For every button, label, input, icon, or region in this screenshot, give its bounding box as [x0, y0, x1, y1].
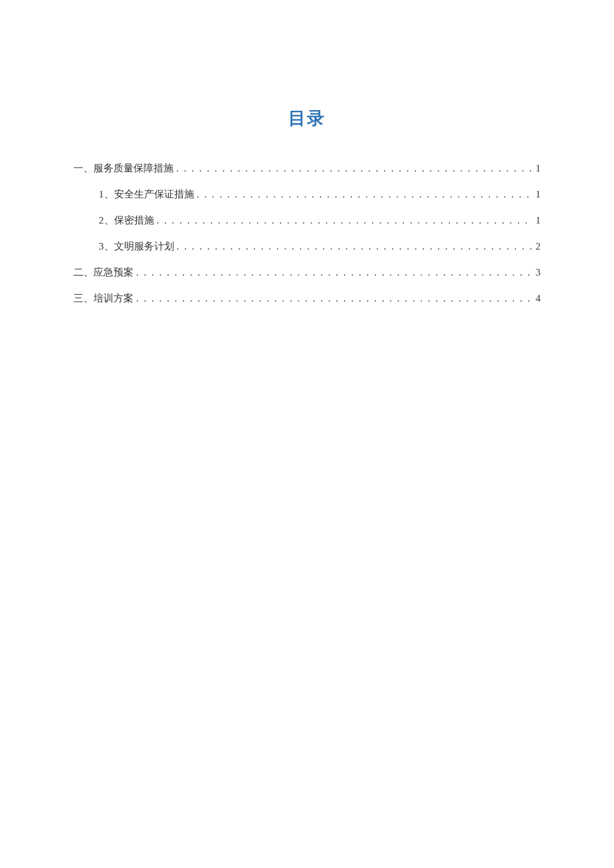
toc-entry[interactable]: 2、保密措施 1 [73, 207, 541, 234]
toc-entry-page: 2 [533, 234, 541, 260]
toc-entry-page: 1 [533, 181, 541, 207]
toc-entry-page: 3 [533, 260, 541, 286]
toc-entry[interactable]: 3、文明服务计划 2 [73, 234, 541, 260]
toc-leader-dots [154, 207, 533, 234]
toc-list: 一、服务质量保障措施 1 1、安全生产保证措施 1 2、保密措施 1 3、文明服… [73, 155, 541, 312]
toc-entry[interactable]: 二、应急预案 3 [73, 260, 541, 286]
toc-leader-dots [133, 286, 533, 312]
toc-entry-label: 2、保密措施 [99, 207, 154, 234]
toc-title: 目录 [73, 107, 541, 130]
toc-entry-label: 1、安全生产保证措施 [99, 181, 194, 207]
toc-entry[interactable]: 三、培训方案 4 [73, 286, 541, 312]
toc-leader-dots [133, 260, 533, 286]
toc-leader-dots [174, 155, 533, 181]
toc-entry-label: 三、培训方案 [73, 286, 133, 312]
toc-entry-page: 1 [533, 207, 541, 234]
toc-entry-label: 一、服务质量保障措施 [73, 155, 174, 181]
toc-leader-dots [174, 234, 533, 260]
document-page: 目录 一、服务质量保障措施 1 1、安全生产保证措施 1 2、保密措施 1 3、… [0, 0, 614, 312]
toc-entry-page: 4 [533, 286, 541, 312]
toc-entry[interactable]: 1、安全生产保证措施 1 [73, 181, 541, 207]
toc-entry-label: 3、文明服务计划 [99, 234, 174, 260]
toc-entry-label: 二、应急预案 [73, 260, 133, 286]
toc-entry-page: 1 [533, 155, 541, 181]
toc-entry[interactable]: 一、服务质量保障措施 1 [73, 155, 541, 181]
toc-leader-dots [194, 181, 533, 207]
